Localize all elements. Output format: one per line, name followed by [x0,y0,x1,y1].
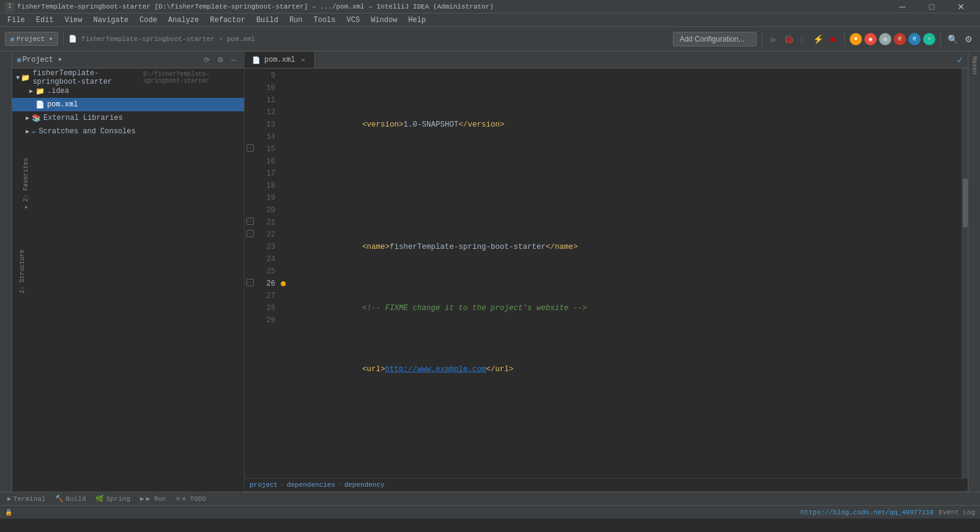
panel-minimize-button[interactable]: ─ [228,54,239,65]
run-tab[interactable]: ▶ ▶ Run [138,493,169,504]
line-num-29: 29 [257,314,275,327]
menu-analyze[interactable]: Analyze [163,15,204,26]
right-panel-strip: Maven [968,51,980,492]
yellow-dot-gutter [279,68,288,478]
project-panel: ▣ Project ▾ ⟳ ⚙ ─ ▼ 📁 fisherTemplate-spr… [12,51,245,492]
safari-icon[interactable]: ◎ [879,33,891,45]
line-num-26: 26 [257,278,275,290]
tree-item-external-libs[interactable]: ▶ 📚 External Libraries [12,111,244,125]
project-root-name: fisherTemplate-springboot-starter [32,69,141,86]
gutter-15[interactable]: - [247,142,255,154]
dot-13 [279,119,288,131]
settings-button[interactable]: ⚙ [962,32,975,46]
scrollbar-thumb[interactable] [963,179,968,227]
line-num-22: 22 [257,229,275,241]
event-log-link[interactable]: Event Log [939,509,975,516]
gutter-26[interactable]: - [247,276,255,289]
panel-sync-button[interactable]: ⟳ [201,54,212,65]
fold-26-icon[interactable]: - [247,279,254,286]
tree-item-idea[interactable]: ▶ 📁 .idea [12,84,244,98]
breadcrumb-item-dependencies[interactable]: dependencies [287,481,335,489]
add-configuration-button[interactable]: Add Configuration... ▾ [673,32,757,46]
tree-item-project-root[interactable]: ▼ 📁 fisherTemplate-springboot-starter D:… [12,71,244,84]
line-num-20: 20 [257,204,275,216]
menu-code[interactable]: Code [135,15,162,26]
dot-27 [279,290,288,302]
menu-tools[interactable]: Tools [309,15,341,26]
profile-button[interactable]: ⚡ [811,32,825,46]
build-tab[interactable]: 🔨 Build [53,493,88,504]
structure-tab[interactable]: 2: Structure [19,249,26,294]
edge-icon[interactable]: e [908,33,921,45]
menu-view[interactable]: View [60,15,87,26]
menu-file[interactable]: File [2,15,30,26]
menu-refactor[interactable]: Refactor [205,15,250,26]
dot-22 [279,229,288,241]
line-num-21: 21 [257,216,275,229]
search-everywhere-button[interactable]: 🔍 [946,32,959,46]
scratches-label: Scratches and Consoles [39,127,135,136]
menu-window[interactable]: Window [366,15,402,26]
menu-edit[interactable]: Edit [31,15,59,26]
breadcrumb-item-dependency[interactable]: dependency [344,481,385,489]
project-selector[interactable]: ▣ Project ▾ [5,32,58,46]
fold-22-icon[interactable]: - [247,230,254,237]
minimize-button[interactable]: ─ [888,1,916,13]
dot-21 [279,216,288,229]
status-right-url[interactable]: https://blog.csdn.net/qq_40977118 [801,509,934,516]
panel-settings-button[interactable]: ⚙ [215,54,226,65]
left-sidebar-tabs: 2: Structure ★ 2: Favorites [0,51,12,492]
opera-icon[interactable]: ○ [923,33,935,45]
tab-label: pom.xml [264,56,295,64]
breadcrumb-sep-1: › [280,481,284,489]
editor-scrollbar[interactable] [962,68,968,478]
code-editor[interactable]: <version>1.0-SNAPSHOT</version> <name>fi… [288,68,962,478]
code-line-10 [292,180,962,192]
debug-button[interactable]: 🐞 [782,32,795,46]
ie-icon[interactable]: e [894,33,906,45]
favorites-tab[interactable]: ★ 2: Favorites [22,158,29,209]
dot-10 [279,82,288,94]
menu-navigate[interactable]: Navigate [88,15,133,26]
toolbar-separator-1 [63,32,64,46]
bottom-tabs-bar: ▶ Terminal 🔨 Build 🌿 Spring ▶ ▶ Run ≡ ≡ … [0,492,980,505]
chrome-icon[interactable]: ● [850,33,862,45]
run-button[interactable]: ▶ [767,32,781,46]
tab-close-icon[interactable]: ✕ [299,56,307,64]
firefox-icon[interactable]: ◉ [864,33,877,45]
editor-tab-pom[interactable]: 📄 pom.xml ✕ [245,52,315,68]
stop-button[interactable]: ■ [826,32,839,46]
menu-help[interactable]: Help [403,15,431,26]
editor-content[interactable]: - - - - [245,68,968,478]
menu-build[interactable]: Build [251,15,283,26]
maximize-button[interactable]: □ [918,1,946,13]
tree-item-pom[interactable]: 📄 pom.xml [12,98,244,111]
spring-tab[interactable]: 🌿 Spring [93,493,133,504]
dot-12 [279,106,288,119]
ext-libs-label: External Libraries [43,114,123,122]
menu-vcs[interactable]: VCS [342,15,365,26]
menu-run[interactable]: Run [284,15,308,26]
terminal-tab[interactable]: ▶ Terminal [5,493,48,504]
fold-21-icon[interactable]: - [247,218,254,225]
terminal-icon: ▶ [7,495,12,503]
menu-bar: File Edit View Navigate Code Analyze Ref… [0,13,980,27]
tree-arrow-extlibs: ▶ [23,114,32,122]
code-gutter: - - - - [245,68,257,478]
toolbar: ▣ Project ▾ 📄 fisherTemplate-springboot-… [0,27,980,51]
dot-9 [279,70,288,82]
run-with-coverage-button[interactable]: ▷ [796,32,810,46]
fold-15-icon[interactable]: - [247,144,254,152]
tree-item-scratches[interactable]: ▶ ✏ Scratches and Consoles [12,125,244,138]
line-num-28: 28 [257,302,275,314]
todo-tab[interactable]: ≡ ≡ TODO [174,494,209,504]
code-line-14 [292,424,962,437]
project-dropdown[interactable]: ▣ Project ▾ [17,55,62,64]
breadcrumb-item-project[interactable]: project [250,481,278,489]
ext-libs-icon: 📚 [32,114,41,123]
close-button[interactable]: ✕ [947,1,975,13]
gutter-21[interactable]: - [247,215,255,227]
maven-panel-tab[interactable]: Maven [970,54,979,77]
project-panel-icon: ▣ [17,56,21,64]
gutter-22[interactable]: - [247,227,255,240]
